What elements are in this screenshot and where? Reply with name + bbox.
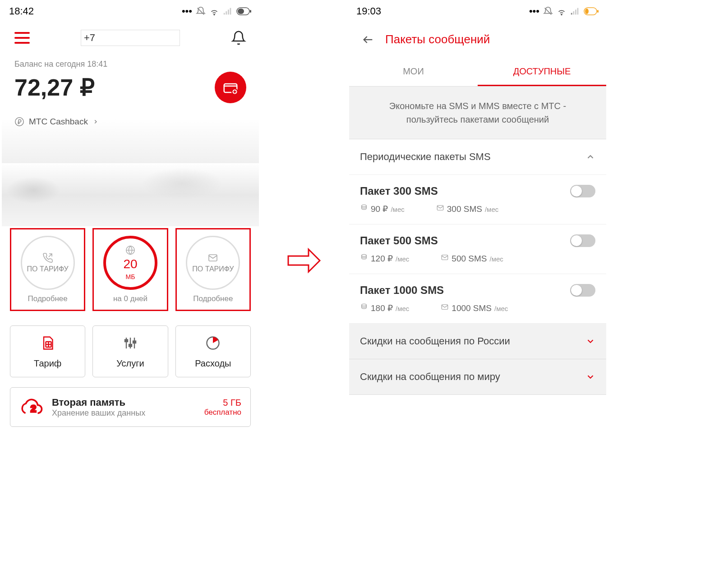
qty-unit: /мес — [494, 305, 508, 312]
svg-point-37 — [362, 205, 367, 207]
chevron-down-icon — [585, 372, 595, 382]
balance-amount: 72,27 ₽ — [14, 74, 95, 101]
chevron-up-icon — [585, 152, 595, 162]
usage-cards: ПО ТАРИФУ Подробнее 20 МБ на 0 дней ПО Т… — [2, 226, 259, 313]
svg-rect-5 — [230, 8, 231, 15]
svg-rect-24 — [133, 341, 136, 343]
package-500[interactable]: Пакет 500 SMS 120 ₽/мес 500 SMS/мес — [349, 224, 606, 274]
globe-icon — [125, 245, 135, 255]
svg-rect-32 — [577, 8, 579, 15]
svg-text:2: 2 — [31, 403, 37, 414]
coins-icon — [360, 204, 368, 212]
cashback-label: МТС Cashback — [29, 117, 88, 127]
menu-button[interactable] — [14, 32, 30, 44]
services-button[interactable]: Услуги — [92, 325, 168, 377]
battery-icon — [584, 7, 599, 15]
notifications-button[interactable] — [231, 30, 246, 46]
battery-icon — [236, 7, 252, 15]
ruble-circle-icon — [14, 117, 24, 127]
balance-timestamp: Баланс на сегодня 18:41 — [14, 60, 246, 69]
svg-rect-3 — [226, 11, 227, 14]
app-header: +7 — [2, 21, 259, 50]
phone-prefix: +7 — [84, 32, 95, 44]
svg-line-12 — [49, 254, 52, 257]
clouds-background — [2, 163, 259, 226]
svg-rect-40 — [442, 255, 448, 260]
status-bar: 19:03 ••• — [349, 2, 606, 21]
wallet-icon — [222, 79, 239, 96]
svg-rect-29 — [571, 13, 572, 15]
usage-sms-card[interactable]: ПО ТАРИФУ Подробнее — [175, 228, 251, 311]
package-price: 180 ₽ — [371, 303, 393, 313]
status-time: 19:03 — [356, 5, 381, 17]
promo-banner: Экономьте на SMS и MMS вместе с МТС - по… — [349, 87, 606, 139]
usage-data-card[interactable]: 20 МБ на 0 дней — [92, 228, 168, 311]
envelope-icon — [436, 204, 444, 212]
usage-calls-card[interactable]: ПО ТАРИФУ Подробнее — [10, 228, 85, 311]
svg-rect-34 — [585, 9, 589, 14]
usage-sms-sub: Подробнее — [180, 294, 246, 303]
package-1000[interactable]: Пакет 1000 SMS 180 ₽/мес 1000 SMS/мес — [349, 274, 606, 324]
usage-data-unit: МБ — [126, 273, 135, 280]
svg-rect-23 — [129, 344, 132, 347]
section-world-label: Скидки на сообщения по миру — [360, 371, 500, 383]
price-unit: /мес — [396, 305, 409, 312]
envelope-icon — [441, 303, 449, 311]
status-icons: ••• — [529, 5, 599, 17]
svg-rect-8 — [250, 10, 251, 13]
package-toggle[interactable] — [570, 284, 595, 297]
action-buttons: Тариф Услуги Расходы — [2, 313, 259, 384]
package-qty: 1000 SMS — [452, 303, 492, 313]
svg-point-39 — [362, 254, 367, 256]
svg-rect-30 — [573, 11, 574, 14]
svg-rect-38 — [437, 206, 443, 211]
usage-calls-sub: Подробнее — [15, 294, 80, 303]
svg-rect-31 — [575, 9, 576, 14]
section-periodic-label: Периодические пакеты SMS — [360, 151, 491, 163]
tariff-button[interactable]: Тариф — [10, 325, 85, 377]
usage-calls-label: ПО ТАРИФУ — [27, 265, 69, 273]
qty-unit: /мес — [485, 206, 498, 213]
svg-rect-35 — [597, 10, 599, 13]
wifi-icon — [209, 6, 219, 16]
tab-mine[interactable]: МОИ — [349, 58, 478, 86]
svg-point-28 — [561, 14, 562, 15]
flow-arrow-icon — [286, 243, 322, 280]
cashback-link[interactable]: МТС Cashback — [14, 117, 246, 127]
coins-icon — [360, 253, 368, 261]
section-russia[interactable]: Скидки на сообщения по России — [349, 324, 606, 359]
topup-button[interactable] — [215, 72, 246, 103]
storage-title: Вторая память — [52, 397, 196, 408]
svg-rect-7 — [238, 9, 244, 14]
package-300[interactable]: Пакет 300 SMS 90 ₽/мес 300 SMS/мес — [349, 175, 606, 224]
page-header: Пакеты сообщений — [349, 21, 606, 58]
tab-available[interactable]: ДОСТУПНЫЕ — [478, 58, 606, 86]
package-toggle[interactable] — [570, 234, 595, 247]
bell-icon — [231, 30, 246, 46]
pie-icon — [205, 335, 221, 351]
usage-data-sub: на 0 дней — [97, 294, 163, 303]
svg-point-11 — [15, 118, 23, 126]
phone-number-selector[interactable]: +7 — [81, 30, 180, 46]
status-icons: ••• — [182, 5, 252, 17]
package-qty: 500 SMS — [452, 254, 487, 264]
expenses-button[interactable]: Расходы — [175, 325, 251, 377]
envelope-icon — [441, 253, 449, 261]
section-world[interactable]: Скидки на сообщения по миру — [349, 359, 606, 395]
svg-rect-22 — [125, 340, 128, 342]
storage-size: 5 ГБ — [204, 398, 241, 408]
usage-data-value: 20 — [123, 257, 137, 271]
storage-promo[interactable]: 2 Вторая память Хранение ваших данных 5 … — [10, 387, 251, 427]
package-toggle[interactable] — [570, 185, 595, 197]
storage-free: бесплатно — [204, 408, 241, 417]
chevron-right-icon — [92, 119, 99, 125]
usage-sms-label: ПО ТАРИФУ — [192, 265, 234, 273]
price-unit: /мес — [396, 255, 409, 263]
phone-out-icon — [42, 252, 53, 263]
sliders-icon — [122, 335, 138, 351]
expenses-label: Расходы — [180, 358, 247, 369]
section-periodic-header[interactable]: Периодические пакеты SMS — [349, 139, 606, 175]
svg-rect-2 — [224, 13, 225, 15]
back-button[interactable] — [362, 33, 374, 46]
package-price: 90 ₽ — [371, 204, 388, 214]
